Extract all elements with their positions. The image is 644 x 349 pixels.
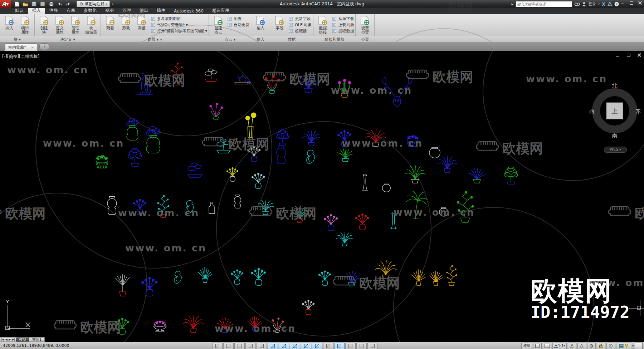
ribbon-row-button-6-0[interactable]: 从源下载	[332, 16, 354, 21]
autoscale-icon[interactable]	[577, 343, 586, 349]
qat-dropdown-icon[interactable]: ▾	[112, 3, 113, 6]
ribbon-row-button-2-1[interactable]: *边框可变选项* ▾	[151, 22, 207, 28]
help-icon[interactable]: ?	[614, 2, 619, 6]
toggle-selection-cycling[interactable]	[356, 343, 367, 349]
search-binoculars-icon[interactable]	[574, 2, 580, 6]
ribbon-row-button-5-1[interactable]: OLE 对象	[289, 22, 312, 28]
ribbon-row-button-6-2[interactable]: 提取数据	[332, 28, 354, 34]
toggle-infer-constraints[interactable]	[212, 343, 223, 349]
ribbon-tab-8[interactable]: 插件	[152, 7, 170, 14]
quick-view-layouts-icon[interactable]	[533, 343, 542, 349]
model-space-button[interactable]: 模型	[521, 343, 532, 349]
toggle-snap-mode[interactable]	[223, 343, 234, 349]
ribbon-button-附着[interactable]: 附着	[102, 15, 118, 30]
toggle-dynamic-ucs[interactable]	[301, 343, 311, 349]
ribbon-row-button-5-2[interactable]: 超链接	[289, 28, 312, 34]
workspace-switcher[interactable]: 草图与注释 ▾	[77, 1, 110, 7]
ribbon-tab-7[interactable]: 输出	[135, 7, 152, 14]
panel-footer-点云[interactable]: 点云 ▾	[209, 37, 251, 43]
ribbon-row-button-5-0[interactable]: 更新字段	[289, 16, 312, 21]
new-icon[interactable]	[14, 1, 20, 7]
restore-button[interactable]	[629, 1, 634, 5]
clean-screen-button[interactable]	[635, 343, 643, 349]
ribbon-button-块编辑器[interactable]: 块编辑器	[83, 15, 99, 35]
view-cube[interactable]: 北 西 南 东 上	[587, 69, 640, 154]
layout1-tab[interactable]: 布局1	[29, 337, 45, 342]
autocad-logo[interactable]: A▾	[0, 0, 11, 8]
ribbon-button-插入[interactable]: 插入	[1, 15, 17, 30]
open-icon[interactable]	[22, 1, 29, 7]
undo-icon[interactable]	[57, 1, 63, 7]
exchange-apps-icon[interactable]: X	[602, 1, 605, 7]
toggle-dynamic-input[interactable]	[312, 343, 322, 349]
panel-footer-链接和提取[interactable]: 链接和提取	[313, 37, 355, 43]
annotation-visibility-icon[interactable]	[568, 343, 576, 349]
user-icon[interactable]	[582, 2, 586, 6]
toggle-annotation-monitor[interactable]	[367, 343, 378, 349]
file-tab-close-icon[interactable]: ✕	[31, 45, 34, 49]
drawing-canvas[interactable]: [-][俯视][二维线框] www. om. cn欧模网欧模网欧模网www. o…	[0, 51, 644, 342]
ribbon-tab-4[interactable]: 参数化	[79, 7, 101, 14]
quick-view-drawings-icon[interactable]	[543, 343, 551, 349]
ribbon-button-数据链接[interactable]: 数据链接	[315, 15, 331, 35]
ribbon-button-设置位置[interactable]: 设置位置	[357, 15, 373, 35]
ribbon-button-输入[interactable]: 输入	[253, 15, 268, 30]
toggle-object-snap[interactable]	[268, 343, 278, 349]
ribbon-button-剪裁[interactable]: 剪裁	[118, 15, 134, 30]
toggle-show-lineweight[interactable]	[323, 343, 333, 349]
ribbon-button-调整[interactable]: 调整	[134, 15, 150, 30]
drawing-minimize-button[interactable]	[615, 53, 620, 57]
toggle-ortho-mode[interactable]	[245, 343, 256, 349]
drawing-restore-button[interactable]	[626, 53, 631, 57]
plot-icon[interactable]	[48, 1, 54, 7]
ribbon-row-button-6-1[interactable]: 上载到源	[332, 22, 354, 28]
drawing-close-button[interactable]	[637, 53, 642, 57]
panel-footer-输入[interactable]: 输入	[251, 37, 270, 43]
ribbon-tab-10[interactable]: 精选应用	[208, 7, 234, 14]
ribbon-button-创建块[interactable]: 创建块	[36, 15, 52, 35]
ribbon-tab-1[interactable]: 插入	[28, 7, 45, 14]
ribbon-button-定义属性[interactable]: 定义属性	[52, 15, 68, 35]
ribbon-row-button-2-0[interactable]: 参考底图图层	[151, 16, 207, 21]
redo-icon[interactable]	[65, 1, 72, 7]
ribbon-button-字段[interactable]: 字段	[272, 15, 287, 30]
ribbon-tab-6[interactable]: 管理	[118, 7, 135, 14]
ribbon-row-button-3-1[interactable]: 自动更新	[228, 22, 249, 28]
toolbar-lock-icon[interactable]	[597, 343, 605, 349]
toggle-polar-tracking[interactable]	[257, 343, 267, 349]
toggle-3d-object-snap[interactable]	[279, 343, 289, 349]
ribbon-tab-9[interactable]: Autodesk 360	[170, 8, 208, 14]
ribbon-tab-3[interactable]: 布局	[62, 7, 79, 14]
panel-footer-块[interactable]: 块 ▾	[0, 37, 34, 43]
save-as-icon[interactable]	[39, 1, 46, 7]
search-input[interactable]: 键入关键字或短语	[516, 1, 572, 7]
toggle-show-transparency[interactable]	[334, 343, 345, 349]
expand-search-icon[interactable]: ▸	[511, 2, 513, 6]
ribbon-button-创建点云[interactable]: 创建点云	[210, 15, 226, 35]
viewport-controls-label[interactable]: [-][俯视][二维线框]	[2, 54, 39, 60]
ribbon-tab-0[interactable]: 默认	[11, 7, 28, 14]
panel-footer-块定义[interactable]: 块定义 ▾	[35, 37, 101, 43]
close-button[interactable]	[638, 1, 643, 5]
save-icon[interactable]	[31, 1, 37, 7]
autodesk360-icon[interactable]	[608, 2, 612, 6]
toggle-quick-properties[interactable]	[345, 343, 356, 349]
panel-footer-参照[interactable]: 参照 ▾ »	[101, 37, 209, 43]
layout-tab-nav-arrows[interactable]: |◀◀▶▶|	[0, 337, 16, 342]
file-tab-active[interactable]: 室内盆栽* ✕	[5, 43, 37, 51]
new-drawing-tab-button[interactable]: +	[39, 43, 49, 50]
annotation-scale-button[interactable]: 1:1▾	[552, 343, 567, 349]
minimize-button[interactable]	[620, 1, 625, 5]
panel-footer-位置[interactable]: 位置	[356, 37, 374, 43]
isolate-objects-icon[interactable]	[606, 343, 615, 349]
ribbon-row-button-2-2[interactable]: 打开"捕捉到参考底图"功能 ▾	[151, 28, 207, 34]
ribbon-row-button-3-0[interactable]: 附着	[228, 16, 249, 21]
model-tab[interactable]: 模型	[16, 337, 29, 342]
panel-footer-数据[interactable]: 数据	[270, 37, 313, 43]
status-overflow-icon[interactable]: ▾	[632, 344, 634, 348]
workspace-gear-icon[interactable]	[587, 343, 596, 349]
ribbon-button-编辑属性[interactable]: 编辑属性	[17, 15, 33, 35]
wcs-dropdown[interactable]: WCS ▾	[604, 147, 627, 153]
toggle-object-snap-tracking[interactable]	[290, 343, 300, 349]
hardware-acceleration-icon[interactable]	[616, 343, 631, 349]
